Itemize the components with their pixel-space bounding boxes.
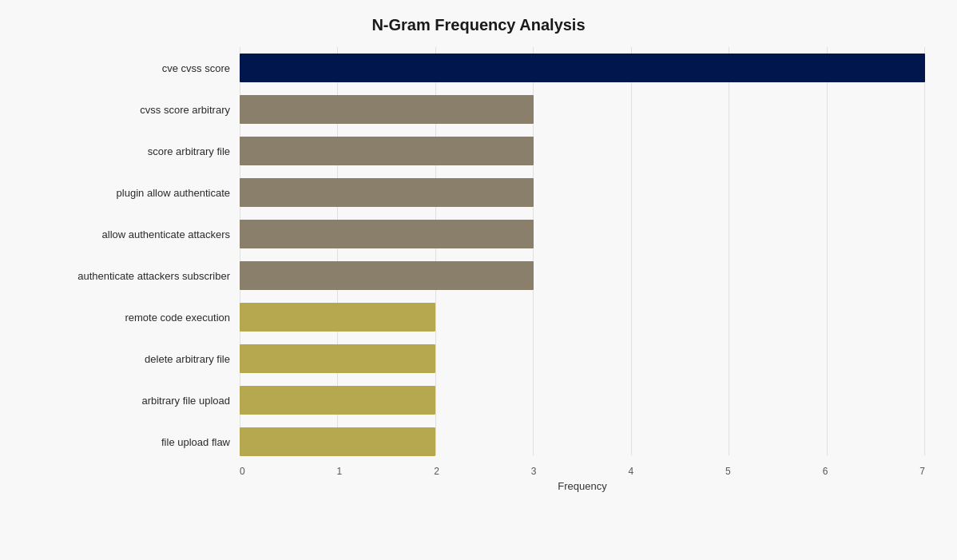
- x-tick: 6: [823, 466, 828, 477]
- bar-label: cvss score arbitrary: [32, 104, 240, 116]
- bar-track: [240, 386, 925, 415]
- bar-track: [240, 427, 925, 456]
- x-tick: 7: [919, 466, 925, 477]
- chart-title: N-Gram Frequency Analysis: [32, 16, 925, 34]
- bar-fill: [240, 386, 435, 415]
- bar-track: [240, 220, 925, 248]
- x-tick: 3: [531, 466, 537, 477]
- bar-fill: [240, 261, 534, 290]
- bar-track: [240, 54, 925, 82]
- bar-fill: [240, 54, 925, 82]
- bar-label: delete arbitrary file: [32, 353, 240, 365]
- bar-label: score arbitrary file: [32, 145, 240, 157]
- bar-label: arbitrary file upload: [32, 395, 240, 407]
- bar-row: arbitrary file upload: [32, 379, 925, 421]
- bar-label: plugin allow authenticate: [32, 187, 240, 199]
- bar-row: score arbitrary file: [32, 130, 925, 172]
- bar-fill: [240, 178, 534, 207]
- bar-fill: [240, 344, 435, 373]
- bar-fill: [240, 303, 435, 332]
- bar-fill: [240, 95, 534, 124]
- bar-track: [240, 178, 925, 207]
- bars-section: cve cvss scorecvss score arbitraryscore …: [32, 47, 925, 463]
- bar-row: plugin allow authenticate: [32, 172, 925, 213]
- bar-row: file upload flaw: [32, 421, 925, 463]
- bar-row: delete arbitrary file: [32, 338, 925, 379]
- x-axis: 01234567: [240, 466, 925, 477]
- bar-label: allow authenticate attackers: [32, 228, 240, 240]
- x-tick: 4: [628, 466, 633, 477]
- x-tick: 2: [434, 466, 439, 477]
- x-tick: 1: [337, 466, 343, 477]
- bar-track: [240, 95, 925, 124]
- bar-row: cve cvss score: [32, 47, 925, 89]
- bar-fill: [240, 137, 534, 165]
- chart-container: N-Gram Frequency Analysis cve cvss score…: [0, 0, 957, 560]
- x-tick: 0: [240, 466, 245, 477]
- bar-row: remote code execution: [32, 296, 925, 338]
- bar-track: [240, 303, 925, 332]
- bar-row: allow authenticate attackers: [32, 213, 925, 255]
- bar-fill: [240, 427, 435, 456]
- bar-label: cve cvss score: [32, 62, 240, 74]
- x-axis-label: Frequency: [240, 480, 925, 492]
- bar-row: cvss score arbitrary: [32, 89, 925, 130]
- bar-label: file upload flaw: [32, 436, 240, 448]
- chart-area: cve cvss scorecvss score arbitraryscore …: [32, 47, 925, 479]
- x-tick: 5: [725, 466, 731, 477]
- bar-row: authenticate attackers subscriber: [32, 255, 925, 296]
- bar-track: [240, 137, 925, 165]
- bar-label: remote code execution: [32, 312, 240, 324]
- bar-track: [240, 344, 925, 373]
- bar-fill: [240, 220, 534, 248]
- bar-label: authenticate attackers subscriber: [32, 270, 240, 282]
- bar-track: [240, 261, 925, 290]
